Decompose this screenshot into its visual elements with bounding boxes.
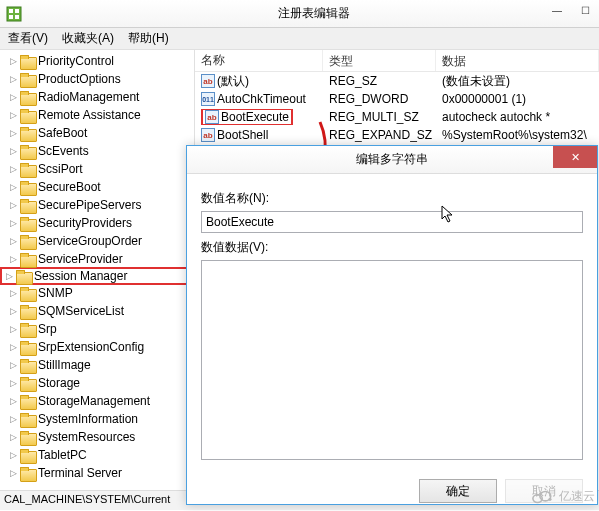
maximize-button[interactable]: ☐ [571,0,599,20]
tree-label: ScsiPort [38,162,83,176]
tree-label: SecurePipeServers [38,198,141,212]
tree-item[interactable]: ▷ScEvents [0,142,194,160]
expander-icon[interactable]: ▷ [8,468,18,478]
tree-label: SystemInformation [38,412,138,426]
window-title: 注册表编辑器 [28,5,599,22]
tree-item[interactable]: ▷ScsiPort [0,160,194,178]
value-name-input[interactable] [201,211,583,233]
tree-item[interactable]: ▷ServiceProvider [0,250,194,268]
expander-icon[interactable]: ▷ [8,254,18,264]
tree-item[interactable]: ▷StorageManagement [0,392,194,410]
expander-icon[interactable]: ▷ [8,414,18,424]
value-type: REG_MULTI_SZ [323,110,436,124]
tree-item[interactable]: ▷SecureBoot [0,178,194,196]
value-data: %SystemRoot%\system32\ [436,128,599,142]
tree-item[interactable]: ▷ServiceGroupOrder [0,232,194,250]
value-name: AutoChkTimeout [217,92,306,106]
expander-icon[interactable]: ▷ [8,342,18,352]
expander-icon[interactable]: ▷ [8,432,18,442]
folder-icon [20,323,35,336]
tree-item[interactable]: ▷TabletPC [0,446,194,464]
expander-icon[interactable]: ▷ [8,128,18,138]
expander-icon[interactable]: ▷ [8,182,18,192]
expander-icon[interactable]: ▷ [8,324,18,334]
expander-icon[interactable]: ▷ [8,92,18,102]
list-row[interactable]: abBootShellREG_EXPAND_SZ%SystemRoot%\sys… [195,126,599,144]
folder-icon [20,377,35,390]
tree-label: ServiceProvider [38,252,123,266]
tree-item[interactable]: ▷ProductOptions [0,70,194,88]
expander-icon[interactable]: ▷ [8,56,18,66]
minimize-button[interactable]: — [543,0,571,20]
header-name[interactable]: 名称 [195,50,323,71]
svg-rect-3 [9,15,13,19]
expander-icon[interactable]: ▷ [4,271,14,281]
tree-item[interactable]: ▷SQMServiceList [0,302,194,320]
header-type[interactable]: 类型 [323,50,436,71]
value-data: (数值未设置) [436,73,599,90]
expander-icon[interactable]: ▷ [8,288,18,298]
tree-label: SNMP [38,286,73,300]
value-icon: ab [205,110,219,124]
list-row[interactable]: ab(默认)REG_SZ(数值未设置) [195,72,599,90]
folder-icon [20,305,35,318]
tree-item[interactable]: ▷Srp [0,320,194,338]
menu-help[interactable]: 帮助(H) [124,28,173,49]
tree-item[interactable]: ▷SecurePipeServers [0,196,194,214]
app-icon [6,6,22,22]
tree-label: SafeBoot [38,126,87,140]
tree-label: SystemResources [38,430,135,444]
expander-icon[interactable]: ▷ [8,218,18,228]
dialog-close-button[interactable]: ✕ [553,146,597,168]
tree-item[interactable]: ▷SafeBoot [0,124,194,142]
value-icon: ab [201,74,215,88]
tree-label: RadioManagement [38,90,139,104]
folder-icon [20,145,35,158]
value-type: REG_DWORD [323,92,436,106]
expander-icon[interactable]: ▷ [8,164,18,174]
menu-view[interactable]: 查看(V) [4,28,52,49]
menu-favorites[interactable]: 收藏夹(A) [58,28,118,49]
value-name-label: 数值名称(N): [201,190,583,207]
tree-item[interactable]: ▷SNMP [0,284,194,302]
expander-icon[interactable]: ▷ [8,110,18,120]
tree-item[interactable]: ▷PriorityControl [0,52,194,70]
tree-item[interactable]: ▷RadioManagement [0,88,194,106]
expander-icon[interactable]: ▷ [8,306,18,316]
expander-icon[interactable]: ▷ [8,200,18,210]
tree-label: TabletPC [38,448,87,462]
folder-icon [20,109,35,122]
expander-icon[interactable]: ▷ [8,236,18,246]
tree-item[interactable]: ▷SrpExtensionConfig [0,338,194,356]
window-titlebar: 注册表编辑器 — ☐ [0,0,599,28]
registry-tree[interactable]: ▷PriorityControl▷ProductOptions▷RadioMan… [0,50,195,490]
expander-icon[interactable]: ▷ [8,360,18,370]
list-row[interactable]: abBootExecuteREG_MULTI_SZautocheck autoc… [195,108,599,126]
header-data[interactable]: 数据 [436,50,599,71]
tree-label: PriorityControl [38,54,114,68]
dialog-titlebar: 编辑多字符串 ✕ [187,146,597,174]
expander-icon[interactable]: ▷ [8,396,18,406]
tree-item[interactable]: ▷Storage [0,374,194,392]
tree-item[interactable]: ▷StillImage [0,356,194,374]
tree-label: SecurityProviders [38,216,132,230]
value-icon: ab [201,128,215,142]
tree-item[interactable]: ▷Remote Assistance [0,106,194,124]
value-data-label: 数值数据(V): [201,239,583,256]
expander-icon[interactable]: ▷ [8,450,18,460]
list-row[interactable]: 011AutoChkTimeoutREG_DWORD0x00000001 (1) [195,90,599,108]
value-icon: 011 [201,92,215,106]
ok-button[interactable]: 确定 [419,479,497,503]
expander-icon[interactable]: ▷ [8,378,18,388]
expander-icon[interactable]: ▷ [8,146,18,156]
cancel-button[interactable]: 取消 [505,479,583,503]
value-data-textarea[interactable] [201,260,583,460]
folder-icon [20,181,35,194]
tree-item[interactable]: ▷Terminal Server [0,464,194,482]
expander-icon[interactable]: ▷ [8,74,18,84]
listview-header: 名称 类型 数据 [195,50,599,72]
tree-item[interactable]: ▷Session Manager [0,267,194,285]
tree-item[interactable]: ▷SystemResources [0,428,194,446]
tree-item[interactable]: ▷SystemInformation [0,410,194,428]
tree-item[interactable]: ▷SecurityProviders [0,214,194,232]
